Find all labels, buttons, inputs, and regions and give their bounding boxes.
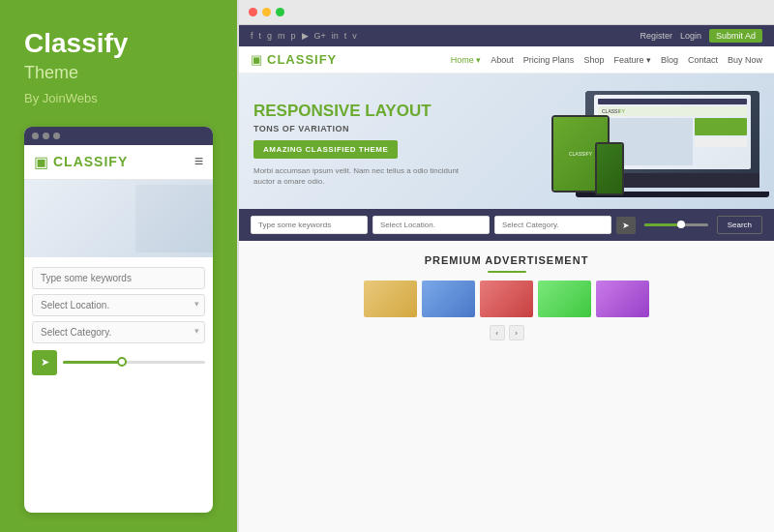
phone-submit-button[interactable]: ➤ (32, 350, 57, 375)
premium-thumb-2[interactable] (422, 281, 475, 317)
phone-form: ➤ (24, 257, 213, 381)
topbar-right: Register Login Submit Ad (640, 29, 762, 43)
logo-green-main: FY (319, 52, 338, 67)
phone-slider-thumb[interactable] (117, 357, 127, 367)
phone-category-wrapper (32, 321, 205, 348)
phone-logo-text: CLASSIFY (53, 154, 128, 169)
facebook-icon[interactable]: f (251, 31, 253, 41)
phone-slider-track (63, 361, 205, 364)
phone-dot-1 (32, 133, 39, 139)
nav-blog[interactable]: Blog (661, 55, 678, 65)
site-logo-icon: ▣ (251, 52, 262, 67)
device-phone-small (595, 142, 624, 195)
pagination-prev[interactable]: ‹ (490, 325, 505, 340)
premium-divider (488, 271, 526, 273)
site-premium-section: PREMIUM ADVERTISEMENT ‹ › (239, 241, 774, 532)
browser-dot-green (276, 8, 284, 16)
hero-subtitle: TONS OF VARIATION (253, 124, 476, 133)
premium-title: PREMIUM ADVERTISEMENT (425, 254, 589, 266)
phone-hero-bg (135, 185, 213, 252)
logo-black-main: CLASSI (267, 52, 319, 67)
site-logo-text: CLASSIFY (267, 52, 337, 67)
site-search-bar: ➤ Search (239, 209, 774, 241)
pinterest-icon[interactable]: p (291, 31, 296, 41)
pagination-next[interactable]: › (509, 325, 524, 340)
phone-slider-fill (63, 361, 120, 364)
linkedin-icon[interactable]: in (332, 31, 339, 41)
browser-chrome (239, 0, 774, 25)
submit-ad-button[interactable]: Submit Ad (709, 29, 762, 43)
login-link[interactable]: Login (680, 31, 701, 41)
vine-icon[interactable]: v (352, 31, 357, 41)
hero-title-green: LAYOUT (365, 102, 431, 120)
app-subtitle: Theme (24, 63, 213, 83)
nav-buynow[interactable]: Buy Now (728, 55, 762, 65)
site-slider-fill (644, 223, 679, 226)
site-slider-track (644, 223, 708, 226)
youtube-icon[interactable]: ▶ (302, 31, 309, 41)
site-slider-area (640, 223, 712, 226)
nav-contact[interactable]: Contact (688, 55, 718, 65)
phone-nav: ▣ CLASSIFY ≡ (24, 145, 213, 180)
premium-thumb-1[interactable] (364, 281, 417, 317)
hero-title-black: RESPONSIVE (253, 102, 365, 120)
phone-small-screen (597, 144, 622, 193)
social-icons-row: f t g m p ▶ G+ in t v (251, 31, 357, 41)
site-slider-thumb[interactable] (677, 221, 685, 228)
phone-hero-area (24, 180, 213, 257)
nav-pricing[interactable]: Pricing Plans (523, 55, 575, 65)
mail-icon[interactable]: m (278, 31, 285, 41)
site-topbar: f t g m p ▶ G+ in t v Register Login Sub… (239, 25, 774, 46)
phone-logo-icon: ▣ (34, 153, 48, 171)
phone-logo: ▣ CLASSIFY (34, 153, 128, 171)
browser-dot-red (249, 8, 257, 16)
phone-top-bar (24, 127, 213, 145)
phone-location-wrapper (32, 294, 205, 321)
phone-mockup: ▣ CLASSIFY ≡ ➤ (24, 127, 213, 513)
site-location-input[interactable] (372, 216, 490, 234)
nav-home[interactable]: Home ▾ (451, 55, 482, 65)
nav-feature[interactable]: Feature ▾ (613, 55, 651, 65)
phone-location-select[interactable] (32, 294, 205, 316)
site-search-button[interactable]: Search (717, 216, 762, 234)
phone-dot-3 (53, 133, 60, 139)
site-logo: ▣ CLASSIFY (251, 52, 337, 67)
phone-category-select[interactable] (32, 321, 205, 343)
site-nav: ▣ CLASSIFY Home ▾ About Pricing Plans Sh… (239, 46, 774, 74)
google-icon[interactable]: g (267, 31, 272, 41)
left-panel: Classify Theme By JoinWebs ▣ CLASSIFY ≡ (0, 0, 237, 532)
hero-cta-button[interactable]: AMAZING CLASSIFIED THEME (253, 140, 398, 159)
register-link[interactable]: Register (640, 31, 672, 41)
phone-keywords-input[interactable] (32, 267, 205, 289)
app-by: By JoinWebs (24, 91, 213, 105)
hero-devices: CLASSIFY CLASSIFY (547, 91, 759, 197)
logo-green: FY (108, 154, 128, 169)
gplus-icon[interactable]: G+ (314, 31, 326, 41)
hamburger-icon[interactable]: ≡ (194, 153, 203, 170)
site-menu: Home ▾ About Pricing Plans Shop Feature … (451, 55, 762, 65)
browser-content: f t g m p ▶ G+ in t v Register Login Sub… (239, 25, 774, 532)
phone-dot-2 (43, 133, 49, 139)
nav-shop[interactable]: Shop (583, 55, 604, 65)
site-category-input[interactable] (494, 216, 611, 234)
hero-description: Morbi accumsan ipsum velit. Nam nec tell… (253, 165, 476, 187)
phone-submit-row: ➤ (32, 350, 205, 375)
tumblr-icon[interactable]: t (344, 31, 347, 41)
site-keywords-input[interactable] (251, 216, 368, 234)
hero-title: RESPONSIVE LAYOUT (253, 102, 476, 121)
app-title: Classify (24, 29, 213, 59)
pagination: ‹ › (490, 325, 524, 340)
logo-black: CLASSI (53, 154, 108, 169)
premium-thumb-5[interactable] (596, 281, 649, 317)
browser-dot-yellow (262, 8, 271, 16)
twitter-icon[interactable]: t (259, 31, 262, 41)
site-hero: RESPONSIVE LAYOUT TONS OF VARIATION AMAZ… (239, 74, 774, 209)
premium-thumb-4[interactable] (538, 281, 591, 317)
right-panel: f t g m p ▶ G+ in t v Register Login Sub… (237, 0, 774, 532)
hero-text: RESPONSIVE LAYOUT TONS OF VARIATION AMAZ… (253, 102, 476, 188)
premium-thumbnails (364, 281, 649, 317)
site-search-icon-button[interactable]: ➤ (616, 217, 636, 234)
premium-thumb-3[interactable] (480, 281, 533, 317)
nav-about[interactable]: About (491, 55, 514, 65)
